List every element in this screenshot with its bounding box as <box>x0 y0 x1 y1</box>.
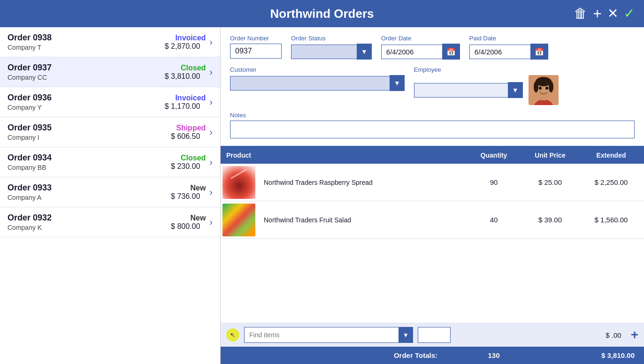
product-row-1: Northwind Traders Fruit Salad 40 $ 39.00… <box>221 201 644 239</box>
new-item-qty-input[interactable] <box>418 327 451 343</box>
order-list-item-0933[interactable]: Order 0933 Company A New $ 736.00 › <box>0 177 220 207</box>
form-row-2: Customer Company CC ▼ Employee Rossi ▼ <box>230 66 635 105</box>
order-info-0933: Order 0933 Company A <box>8 183 149 201</box>
order-meta-0938: Invoiced $ 2,870.00 <box>149 34 206 51</box>
order-list-item-0936[interactable]: Order 0936 Company Y Invoiced $ 1,170.00… <box>0 87 220 117</box>
totals-label: Order Totals: <box>394 351 437 359</box>
employee-photo-svg <box>529 75 559 105</box>
cancel-button[interactable]: ✕ <box>607 7 618 20</box>
order-amount-0935: $ 606.50 <box>171 132 200 141</box>
order-status-label: Order Status <box>291 35 372 42</box>
app-header: Northwind Orders 🗑 + ✕ ✓ <box>0 0 644 27</box>
order-chevron-0932: › <box>209 217 213 228</box>
notes-input[interactable] <box>230 121 635 138</box>
order-meta-0933: New $ 736.00 <box>149 184 206 201</box>
product-rows: Northwind Traders Raspberry Spread 90 $ … <box>221 164 644 239</box>
order-amount-0938: $ 2,870.00 <box>165 42 200 51</box>
totals-amount: $ 3,810.00 <box>578 351 635 359</box>
order-company-0937: Company CC <box>8 74 149 81</box>
order-number-0935: Order 0935 <box>8 123 149 133</box>
find-items-input[interactable] <box>244 327 399 343</box>
order-number-0933: Order 0933 <box>8 183 149 193</box>
order-meta-0935: Shipped $ 606.50 <box>149 124 206 141</box>
paid-date-group: Paid Date 📅 <box>469 35 548 60</box>
order-amount-0937: $ 3,810.00 <box>165 72 200 81</box>
order-info-0937: Order 0937 Company CC <box>8 63 149 81</box>
order-info-0935: Order 0935 Company I <box>8 123 149 141</box>
products-table-header: Product Quantity Unit Price Extended <box>221 147 644 164</box>
customer-group: Customer Company CC ▼ <box>230 66 405 91</box>
order-status-0935: Shipped <box>176 124 206 132</box>
find-items-dropdown-btn[interactable]: ▼ <box>399 327 413 343</box>
order-list-item-0934[interactable]: Order 0934 Company BB Closed $ 230.00 › <box>0 147 220 177</box>
order-info-0934: Order 0934 Company BB <box>8 153 149 171</box>
employee-row: Rossi ▼ <box>414 75 559 105</box>
order-company-0938: Company T <box>8 44 149 51</box>
order-chevron-0934: › <box>209 157 213 167</box>
order-status-0937: Closed <box>181 64 206 72</box>
order-meta-0932: New $ 800.00 <box>149 214 206 231</box>
order-amount-0933: $ 736.00 <box>171 192 200 201</box>
order-company-0935: Company I <box>8 134 149 141</box>
order-number-input[interactable] <box>230 44 282 59</box>
product-qty-1: 40 <box>466 216 522 224</box>
order-company-0934: Company BB <box>8 164 149 171</box>
svg-point-8 <box>545 87 548 90</box>
svg-point-5 <box>534 81 538 92</box>
paid-date-input[interactable] <box>469 45 530 59</box>
order-date-cal-btn[interactable]: 📅 <box>442 44 460 60</box>
order-list-item-0935[interactable]: Order 0935 Company I Shipped $ 606.50 › <box>0 117 220 147</box>
customer-select-wrapper: Company CC ▼ <box>230 75 405 91</box>
customer-label: Customer <box>230 66 405 73</box>
product-ext-1: $ 1,560.00 <box>578 216 644 224</box>
product-thumb-0 <box>221 164 258 201</box>
order-number-0936: Order 0936 <box>8 93 149 103</box>
product-ext-0: $ 2,250.00 <box>578 178 644 186</box>
product-price-0: $ 25.00 <box>522 178 578 186</box>
order-number-0937: Order 0937 <box>8 63 149 73</box>
add-button[interactable]: + <box>593 6 602 21</box>
order-list-item-0938[interactable]: Order 0938 Company T Invoiced $ 2,870.00… <box>0 27 220 57</box>
notes-group: Notes <box>230 112 635 138</box>
order-status-input: Closed <box>291 45 357 59</box>
order-meta-0937: Closed $ 3,810.00 <box>149 64 206 81</box>
order-amount-0932: $ 800.00 <box>171 222 200 231</box>
svg-point-7 <box>539 87 542 90</box>
order-meta-0936: Invoiced $ 1,170.00 <box>149 94 206 111</box>
order-chevron-0936: › <box>209 97 213 107</box>
cursor-icon: ↖ <box>226 328 239 341</box>
form-row-notes: Notes <box>230 112 635 138</box>
product-row-0: Northwind Traders Raspberry Spread 90 $ … <box>221 164 644 201</box>
order-info-0932: Order 0932 Company K <box>8 213 149 231</box>
order-status-0933: New <box>190 184 206 192</box>
totals-quantity: 130 <box>475 351 513 359</box>
col-product-header: Product <box>221 147 258 164</box>
add-item-button[interactable]: + <box>631 327 638 342</box>
order-meta-0934: Closed $ 230.00 <box>149 154 206 171</box>
order-form: Order Number Order Status Closed ▼ Order… <box>221 27 644 147</box>
order-amount-0936: $ 1,170.00 <box>165 102 200 111</box>
customer-input: Company CC <box>230 76 390 91</box>
col-unit-price-header: Unit Price <box>522 147 578 164</box>
order-date-wrapper: 📅 <box>381 44 460 60</box>
employee-dropdown-btn[interactable]: ▼ <box>508 82 523 98</box>
order-status-dropdown-btn[interactable]: ▼ <box>357 44 372 60</box>
add-item-row: ↖ ▼ $ .00 + <box>221 323 644 347</box>
order-number-0934: Order 0934 <box>8 153 149 163</box>
paid-date-label: Paid Date <box>469 35 548 42</box>
order-status-0936: Invoiced <box>175 94 206 102</box>
order-status-0938: Invoiced <box>175 34 206 42</box>
employee-group: Employee Rossi ▼ <box>414 66 559 105</box>
form-row-1: Order Number Order Status Closed ▼ Order… <box>230 35 635 60</box>
order-list-item-0932[interactable]: Order 0932 Company K New $ 800.00 › <box>0 207 220 237</box>
find-items-wrapper: ▼ <box>244 327 413 343</box>
confirm-button[interactable]: ✓ <box>624 7 635 20</box>
order-list-item-0937[interactable]: Order 0937 Company CC Closed $ 3,810.00 … <box>0 57 220 87</box>
header-actions: 🗑 + ✕ ✓ <box>574 6 635 21</box>
main-layout: Order 0938 Company T Invoiced $ 2,870.00… <box>0 27 644 364</box>
paid-date-cal-btn[interactable]: 📅 <box>530 44 548 60</box>
order-date-input[interactable] <box>381 45 442 59</box>
order-company-0933: Company A <box>8 194 149 201</box>
customer-dropdown-btn[interactable]: ▼ <box>390 75 405 91</box>
delete-button[interactable]: 🗑 <box>574 7 587 20</box>
